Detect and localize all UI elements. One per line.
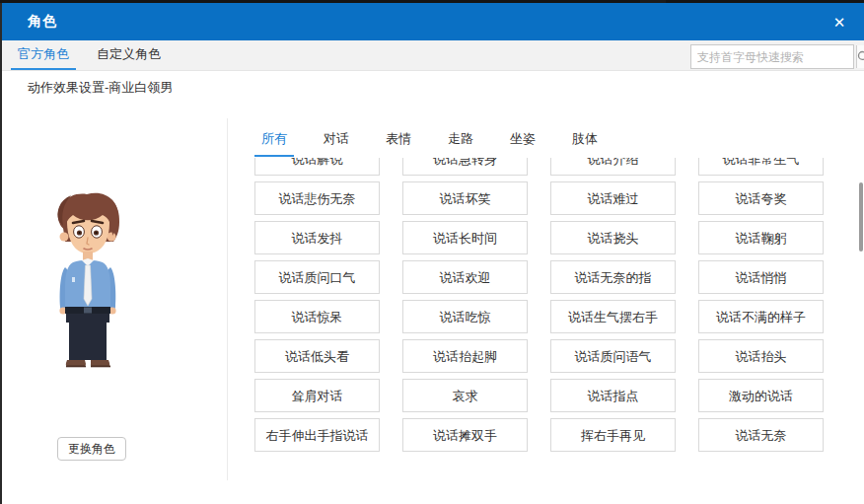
active-tab-underline (11, 68, 76, 70)
search-icon (857, 50, 864, 63)
dialog-titlebar: 角色 ✕ (2, 3, 864, 40)
action-button[interactable]: 说话质问口气 (254, 260, 380, 294)
action-button[interactable]: 激动的说话 (698, 379, 824, 412)
action-button[interactable]: 说话坏笑 (402, 181, 528, 215)
action-button[interactable]: 说话无奈的指 (550, 260, 676, 294)
tab-custom-roles-label: 自定义角色 (97, 46, 161, 61)
category-tab-3[interactable]: 走路 (441, 130, 480, 155)
panel-divider (227, 118, 228, 480)
change-role-button[interactable]: 更换角色 (57, 437, 126, 461)
action-button[interactable]: 说话夸奖 (698, 181, 824, 215)
action-button[interactable]: 说话生气摆右手 (550, 300, 676, 333)
action-button[interactable]: 挥右手再见 (550, 418, 676, 452)
action-button[interactable]: 说话非常生气 (698, 158, 824, 176)
category-tabs: 所有对话表情走路坐姿肢体 (254, 129, 627, 151)
action-button[interactable]: 说话抬头 (698, 339, 824, 373)
action-button[interactable]: 说话不满的样子 (698, 300, 824, 333)
action-button[interactable]: 哀求 (402, 379, 528, 412)
action-button[interactable]: 右手伸出手指说话 (254, 418, 380, 452)
category-tab-5[interactable]: 肢体 (565, 130, 605, 155)
search-button[interactable] (856, 45, 864, 68)
character-preview (30, 182, 158, 372)
actions-grid-viewport: 说话解说说话急转身说话介绍说话非常生气说话悲伤无奈说话坏笑说话难过说话夸奖说话发… (254, 158, 825, 480)
action-button[interactable]: 说话抬起脚 (402, 339, 528, 373)
category-tab-2[interactable]: 表情 (379, 130, 418, 155)
action-button[interactable]: 说话惊呆 (254, 300, 380, 333)
action-button[interactable]: 说话挠头 (550, 221, 676, 254)
close-icon[interactable]: ✕ (828, 12, 850, 34)
category-tab-0[interactable]: 所有 (254, 130, 294, 157)
category-tab-1[interactable]: 对话 (317, 130, 356, 155)
action-button[interactable]: 说话低头看 (254, 339, 380, 373)
left-window-edge (0, 3, 2, 504)
actions-grid: 说话解说说话急转身说话介绍说话非常生气说话悲伤无奈说话坏笑说话难过说话夸奖说话发… (254, 158, 825, 452)
businessman-illustration (30, 182, 158, 372)
tab-official-roles[interactable]: 官方角色 (18, 40, 69, 70)
category-tab-4[interactable]: 坐姿 (503, 130, 542, 155)
action-button[interactable]: 说话指点 (550, 379, 676, 412)
action-button[interactable]: 说话欢迎 (402, 260, 528, 294)
page-title: 动作效果设置-商业白领男 (28, 79, 173, 97)
tab-official-roles-label: 官方角色 (18, 46, 69, 61)
action-button[interactable]: 说话长时间 (402, 221, 528, 254)
action-button[interactable]: 说话悲伤无奈 (254, 181, 380, 215)
action-button[interactable]: 说话难过 (550, 181, 676, 215)
action-button[interactable]: 说话解说 (254, 158, 380, 176)
action-button[interactable]: 说话介绍 (550, 158, 676, 176)
search-input[interactable] (691, 45, 856, 68)
action-button[interactable]: 说话无奈 (698, 418, 824, 452)
action-button[interactable]: 说话悄悄 (698, 260, 824, 294)
action-button[interactable]: 说话质问语气 (550, 339, 676, 373)
action-button[interactable]: 说话急转身 (402, 158, 528, 176)
action-button[interactable]: 说话发抖 (254, 221, 380, 254)
action-button[interactable]: 说话鞠躬 (698, 221, 824, 254)
search-box (690, 44, 854, 69)
tab-custom-roles[interactable]: 自定义角色 (97, 40, 161, 70)
action-button[interactable]: 说话摊双手 (402, 418, 528, 452)
action-button[interactable]: 耸肩对话 (254, 379, 380, 412)
action-button[interactable]: 说话吃惊 (402, 300, 528, 333)
scrollbar-thumb[interactable] (859, 182, 863, 252)
dialog-title: 角色 (28, 13, 57, 31)
